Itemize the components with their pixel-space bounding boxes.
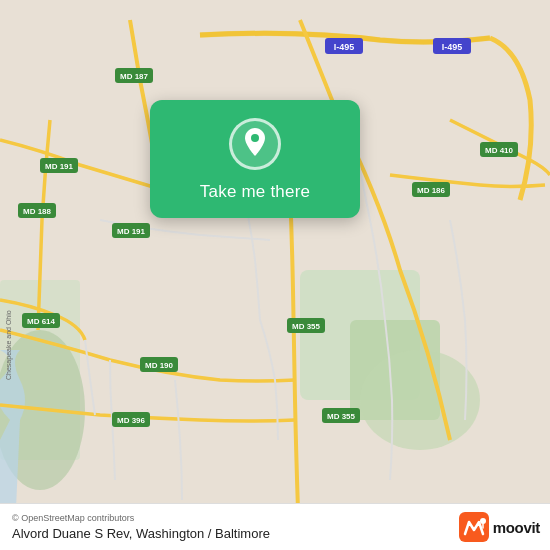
svg-text:MD 355: MD 355	[327, 412, 356, 421]
moovit-icon	[459, 512, 489, 542]
map-container: I-495 I-495 MD 187 MD 187 MD 410 MD 191 …	[0, 0, 550, 550]
svg-text:MD 187: MD 187	[120, 72, 149, 81]
map-roads: I-495 I-495 MD 187 MD 187 MD 410 MD 191 …	[0, 0, 550, 550]
svg-text:MD 190: MD 190	[145, 361, 174, 370]
svg-point-2	[360, 350, 480, 450]
svg-text:MD 191: MD 191	[117, 227, 146, 236]
svg-text:MD 410: MD 410	[485, 146, 514, 155]
location-icon-circle	[229, 118, 281, 170]
svg-point-34	[251, 134, 259, 142]
svg-text:Chesapeake and Ohio: Chesapeake and Ohio	[5, 310, 13, 380]
location-card: Take me there	[150, 100, 360, 218]
osm-attribution: © OpenStreetMap contributors	[12, 513, 270, 523]
svg-text:MD 186: MD 186	[417, 186, 446, 195]
svg-text:MD 614: MD 614	[27, 317, 56, 326]
moovit-logo[interactable]: moovit	[459, 512, 540, 542]
svg-rect-35	[459, 512, 489, 542]
bottom-bar: © OpenStreetMap contributors Alvord Duan…	[0, 503, 550, 550]
bottom-bar-left: © OpenStreetMap contributors Alvord Duan…	[12, 513, 270, 541]
take-me-there-button[interactable]: Take me there	[200, 182, 310, 202]
moovit-label: moovit	[493, 519, 540, 536]
svg-text:MD 355: MD 355	[292, 322, 321, 331]
pin-icon	[241, 128, 269, 160]
location-name: Alvord Duane S Rev, Washington / Baltimo…	[12, 526, 270, 541]
svg-text:I-495: I-495	[442, 42, 463, 52]
svg-text:I-495: I-495	[334, 42, 355, 52]
svg-point-36	[480, 518, 486, 524]
svg-text:MD 396: MD 396	[117, 416, 146, 425]
svg-text:MD 191: MD 191	[45, 162, 74, 171]
svg-text:MD 188: MD 188	[23, 207, 52, 216]
